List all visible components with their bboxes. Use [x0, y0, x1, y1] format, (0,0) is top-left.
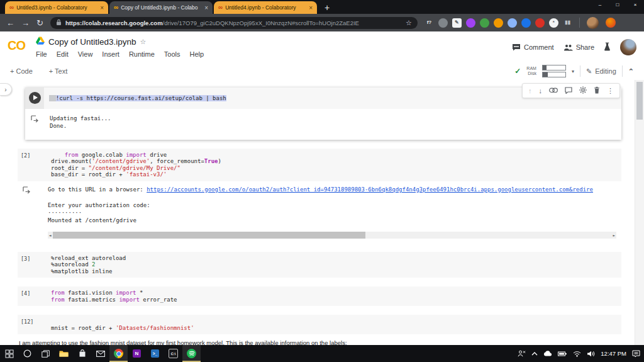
cell-code-editor[interactable]: %reload_ext autoreload%autoreload 2%matp…: [46, 252, 621, 278]
run-cell-button[interactable]: [29, 92, 41, 104]
tab-close-icon[interactable]: ×: [309, 4, 313, 11]
editing-mode-button[interactable]: ✎ Editing: [586, 67, 616, 76]
browser-tab[interactable]: ∞Untitled4.ipynb - Colaboratory×: [214, 1, 317, 14]
output-horizontal-scrollbar[interactable]: ◄►: [48, 232, 616, 239]
blue-circle-extension-icon[interactable]: [508, 18, 517, 28]
menu-file[interactable]: File: [36, 50, 47, 58]
colab-logo[interactable]: CO: [8, 38, 25, 53]
resource-gauges[interactable]: [542, 65, 566, 77]
cell-exec-count[interactable]: [3]: [18, 252, 46, 278]
cell-code-editor[interactable]: from fastai.vision import *from fastai.m…: [46, 286, 621, 306]
add-code-button[interactable]: + Code: [10, 67, 33, 75]
green-hexagon-extension-icon[interactable]: [480, 18, 489, 28]
action-center-icon[interactable]: [632, 350, 640, 358]
cmd-icon[interactable]: C:\: [164, 345, 182, 362]
collapse-header-button[interactable]: ⌃: [628, 67, 634, 76]
people-icon[interactable]: [518, 350, 526, 357]
pen-extension-icon[interactable]: ✎: [452, 18, 462, 28]
cell-exec-count[interactable]: [2]: [18, 149, 46, 181]
notebook-title[interactable]: Copy of Untitled3.ipynb: [48, 37, 136, 47]
clock[interactable]: 12:47 PM: [601, 350, 626, 357]
mail-icon[interactable]: [91, 345, 109, 362]
notebook-area: › ↑ ↓ ⋮ !curl -s https://course.fast.ai/…: [0, 80, 635, 345]
tab-close-icon[interactable]: ×: [100, 4, 104, 11]
start-button[interactable]: [0, 345, 18, 362]
spotify-icon[interactable]: [182, 345, 201, 362]
cell-code-editor[interactable]: mnist = root_dir + 'Datasets/fashionmnis…: [46, 315, 621, 334]
drive-icon: [36, 36, 45, 47]
tray-chevron-up-icon[interactable]: [531, 352, 538, 356]
purple-extension-icon[interactable]: [466, 18, 475, 28]
menu-tools[interactable]: Tools: [164, 50, 180, 58]
code-cell[interactable]: [4]from fastai.vision import *from fasta…: [18, 286, 621, 306]
gray-extension-icon[interactable]: [438, 18, 448, 28]
microsoft-store-icon[interactable]: [73, 345, 91, 362]
window-maximize-button[interactable]: □: [609, 0, 626, 9]
cell-settings-button[interactable]: [579, 86, 587, 95]
back-button[interactable]: ←: [6, 19, 14, 27]
onenote-icon[interactable]: N: [128, 345, 146, 362]
sidebar-expand-button[interactable]: ›: [0, 83, 12, 96]
menu-insert[interactable]: Insert: [102, 50, 119, 58]
orange-extension-icon[interactable]: [494, 18, 503, 28]
code-cell[interactable]: [3]%reload_ext autoreload%autoreload 2%m…: [18, 252, 621, 278]
copy-cell-link-button[interactable]: [549, 88, 558, 94]
books-extension-icon[interactable]: ▮▮: [563, 18, 572, 28]
browser-tab-active[interactable]: ∞Copy of Untitled3.ipynb - Colabo×: [109, 1, 213, 14]
tab-title: Untitled3.ipynb - Colaboratory: [16, 4, 97, 11]
move-cell-up-button[interactable]: ↑: [528, 88, 532, 94]
share-button[interactable]: Share: [564, 43, 594, 51]
cell-output-icon: [18, 186, 48, 239]
add-comment-button[interactable]: [565, 87, 572, 95]
bookmark-star-icon[interactable]: ☆: [406, 19, 412, 27]
cell-code-editor[interactable]: from google.colab import drivedrive.moun…: [46, 149, 621, 181]
red-hand-extension-icon[interactable]: [535, 18, 545, 28]
cell-exec-count[interactable]: [4]: [18, 286, 46, 306]
wifi-icon[interactable]: [573, 351, 581, 357]
delete-cell-button[interactable]: [594, 86, 600, 95]
hscroll-thumb[interactable]: [53, 232, 366, 239]
atom-extension-icon[interactable]: *: [549, 18, 558, 28]
menu-view[interactable]: View: [78, 50, 93, 58]
battery-icon[interactable]: [558, 351, 567, 356]
onedrive-cloud-icon[interactable]: [543, 351, 552, 356]
shield-extension-icon[interactable]: [521, 18, 531, 28]
file-explorer-icon[interactable]: [55, 345, 73, 362]
task-view-button[interactable]: [36, 345, 55, 362]
oauth-link[interactable]: https://accounts.google.com/o/oauth2/aut…: [147, 186, 593, 193]
markdown-text-cell[interactable]: I am attempting to use the fashion mnist…: [19, 339, 621, 345]
cell-exec-count[interactable]: [12]: [18, 315, 46, 334]
window-minimize-button[interactable]: –: [591, 0, 609, 9]
more-cell-actions-button[interactable]: ⋮: [607, 88, 614, 94]
tab-close-icon[interactable]: ×: [204, 4, 208, 11]
chrome-update-menu-icon[interactable]: [606, 18, 616, 28]
volume-icon[interactable]: [587, 351, 595, 357]
browser-profile-avatar[interactable]: [587, 17, 599, 29]
search-button[interactable]: [18, 345, 36, 362]
menu-runtime[interactable]: Runtime: [129, 50, 155, 58]
chrome-icon[interactable]: [109, 345, 128, 362]
menu-edit[interactable]: Edit: [57, 50, 69, 58]
vertical-scrollbar[interactable]: [635, 80, 644, 345]
menu-help[interactable]: Help: [190, 50, 204, 58]
browser-tab-bar: ∞Untitled3.ipynb - Colaboratory×∞Copy of…: [0, 0, 644, 14]
comment-button[interactable]: Comment: [512, 43, 554, 51]
powershell-icon[interactable]: >_: [146, 345, 164, 362]
window-close-button[interactable]: ×: [626, 0, 644, 9]
vertical-scrollbar-thumb[interactable]: [636, 82, 643, 120]
address-bar[interactable]: https://colab.research.google.com/drive/…: [50, 17, 418, 29]
profile-avatar[interactable]: [620, 39, 636, 55]
code-cell[interactable]: [2] from google.colab import drivedrive.…: [18, 149, 621, 243]
resources-dropdown-icon[interactable]: ▾: [572, 69, 574, 74]
new-tab-button[interactable]: +: [318, 1, 336, 14]
cell-gutter: [25, 88, 44, 109]
flask-icon[interactable]: [604, 42, 611, 52]
function-extension-icon[interactable]: f?: [425, 18, 434, 28]
move-cell-down-button[interactable]: ↓: [539, 88, 543, 94]
code-cell[interactable]: [12] mnist = root_dir + 'Datasets/fashio…: [18, 315, 621, 334]
star-notebook-icon[interactable]: ☆: [140, 38, 147, 46]
forward-button[interactable]: →: [21, 19, 30, 27]
browser-tab[interactable]: ∞Untitled3.ipynb - Colaboratory×: [5, 1, 108, 14]
add-text-button[interactable]: + Text: [49, 67, 67, 75]
reload-button[interactable]: ↻: [36, 19, 43, 27]
